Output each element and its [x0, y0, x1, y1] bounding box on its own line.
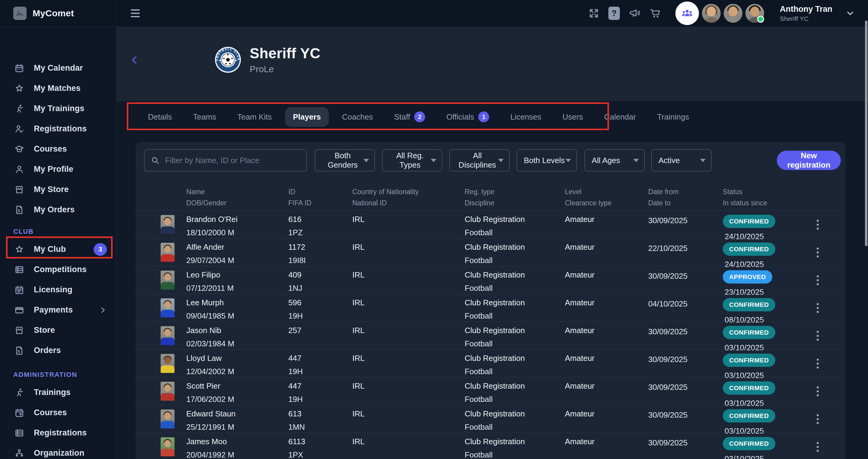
player-photo [161, 298, 175, 317]
row-menu-button[interactable] [814, 217, 821, 232]
back-arrow-icon [131, 55, 142, 65]
storefront-icon [13, 325, 25, 336]
page-scrollbar[interactable] [865, 21, 867, 246]
sidebar-item-my-store[interactable]: My Store [0, 179, 116, 200]
player-photo [161, 382, 175, 401]
tab-officials[interactable]: Officials1 [438, 106, 497, 127]
chevron-down-icon[interactable] [844, 8, 857, 18]
my-club-badge: 3 [94, 243, 107, 256]
people-group-icon [681, 7, 693, 20]
tab-licenses[interactable]: Licenses [502, 107, 549, 127]
sidebar-item-orders[interactable]: Orders [0, 340, 116, 361]
sidebar-item-my-orders[interactable]: My Orders [0, 200, 116, 220]
invoice-icon [13, 205, 25, 215]
sidebar-item-registrations[interactable]: Registrations [0, 119, 116, 139]
player-name: Leo Filipo [186, 270, 234, 280]
tab-details[interactable]: Details [140, 107, 180, 127]
row-menu-button[interactable] [814, 273, 821, 287]
sidebar-item-my-trainings[interactable]: My Trainings [0, 98, 116, 119]
officials-count-badge: 1 [478, 112, 489, 122]
brand-name: MyComet [33, 8, 74, 19]
status-filter-dropdown[interactable]: Active [651, 149, 712, 172]
sidebar-item-organization[interactable]: Organization [0, 443, 116, 459]
player-photo [161, 326, 175, 345]
tab-team-kits[interactable]: Team Kits [229, 107, 280, 127]
status-badge: CONFIRMED [723, 409, 775, 423]
tab-players[interactable]: Players [285, 107, 329, 127]
player-row[interactable]: Jason Nib02/03/1984 M 257 IRL Club Regis… [135, 322, 845, 349]
sidebar-item-my-matches[interactable]: My Matches [0, 78, 116, 98]
cart-icon[interactable] [649, 7, 661, 19]
tab-staff[interactable]: Staff2 [386, 106, 433, 127]
chevron-down-icon [565, 159, 571, 162]
row-menu-button[interactable] [814, 356, 821, 371]
help-icon[interactable]: ? [608, 7, 620, 20]
status-badge: CONFIRMED [723, 326, 775, 339]
gender-filter-dropdown[interactable]: Both Genders [315, 149, 375, 172]
row-menu-button[interactable] [814, 384, 821, 399]
avatar[interactable] [724, 4, 742, 23]
sidebar-section-administration: ADMINISTRATION [0, 366, 116, 382]
age-filter-dropdown[interactable]: All Ages [585, 149, 645, 172]
level-filter-dropdown[interactable]: Both Levels [517, 149, 577, 172]
chevron-down-icon [633, 159, 639, 162]
fullscreen-icon[interactable] [588, 8, 599, 19]
sidebar-item-admin-registrations[interactable]: Registrations [0, 423, 116, 443]
announcements-icon[interactable] [629, 7, 640, 19]
user-menu[interactable]: Anthony Tran Sheriff YC [780, 4, 832, 22]
row-menu-button[interactable] [814, 245, 821, 260]
tab-teams[interactable]: Teams [185, 107, 224, 127]
sidebar-item-competitions[interactable]: Competitions [0, 259, 116, 280]
sidebar: My Calendar My Matches My Trainings Regi… [0, 27, 116, 459]
tab-coaches[interactable]: Coaches [334, 107, 381, 127]
topbar: MyComet ? Anthony T [0, 0, 868, 27]
sidebar-item-courses[interactable]: Courses [0, 139, 116, 159]
star-icon [13, 244, 25, 254]
player-row[interactable]: Lee Murph09/04/1985 M 59619H IRL Club Re… [135, 294, 845, 322]
avatar-current-user[interactable] [745, 4, 764, 23]
calendar-check-icon [13, 408, 25, 418]
search-icon [151, 156, 160, 165]
row-menu-button[interactable] [814, 328, 821, 343]
discipline-filter-dropdown[interactable]: All Disciplines [449, 149, 509, 172]
row-menu-button[interactable] [814, 301, 821, 315]
star-icon [13, 83, 25, 94]
chevron-down-icon [700, 159, 706, 162]
sidebar-item-my-club[interactable]: My Club 3 [0, 239, 116, 259]
menu-toggle-button[interactable] [129, 7, 142, 19]
player-row[interactable]: Lloyd Law12/04/2002 M 44719H IRL Club Re… [135, 349, 845, 377]
row-menu-button[interactable] [814, 439, 821, 454]
sidebar-item-licensing[interactable]: Licensing [0, 280, 116, 300]
player-row[interactable]: Scott Pier17/06/2002 M 44719H IRL Club R… [135, 377, 845, 405]
status-badge: CONFIRMED [723, 437, 775, 450]
player-row[interactable]: Edward Staun25/12/1991 M 6131MN IRL Club… [135, 405, 845, 433]
new-registration-button[interactable]: New registration [777, 151, 841, 170]
sidebar-item-payments[interactable]: Payments [0, 300, 116, 320]
player-row[interactable]: Alfie Ander29/07/2004 M 117219I8I IRL Cl… [135, 238, 845, 266]
club-title: Sheriff YC [250, 45, 320, 62]
search-field[interactable] [144, 149, 307, 172]
tab-calendar[interactable]: Calendar [596, 107, 644, 127]
player-row[interactable]: Brandon O'Rei18/10/2000 M 6161PZ IRL Clu… [135, 211, 845, 238]
player-row[interactable]: Leo Filipo07/12/2011 M 4091NJ IRL Club R… [135, 266, 845, 294]
sidebar-item-admin-courses[interactable]: Courses [0, 402, 116, 423]
search-input[interactable] [164, 155, 301, 165]
brand: MyComet [0, 0, 116, 27]
player-row[interactable]: James Moo20/04/1992 M 61131PX IRL Club R… [135, 433, 845, 459]
tab-users[interactable]: Users [555, 107, 591, 127]
sidebar-item-my-calendar[interactable]: My Calendar [0, 58, 116, 78]
calendar-icon [13, 63, 25, 73]
tab-trainings[interactable]: Trainings [649, 107, 697, 127]
sidebar-item-my-profile[interactable]: My Profile [0, 159, 116, 179]
back-button[interactable] [129, 54, 144, 67]
sidebar-item-store[interactable]: Store [0, 320, 116, 340]
sidebar-item-admin-trainings[interactable]: Trainings [0, 382, 116, 402]
chevron-down-icon [431, 159, 436, 162]
row-menu-button[interactable] [814, 411, 821, 426]
reg-type-filter-dropdown[interactable]: All Reg. Types [382, 149, 442, 172]
runner-icon [13, 103, 25, 114]
avatar[interactable] [702, 4, 721, 23]
status-badge: CONFIRMED [723, 354, 775, 367]
svg-text:★: ★ [235, 59, 237, 62]
team-switcher-avatar[interactable] [675, 1, 699, 25]
